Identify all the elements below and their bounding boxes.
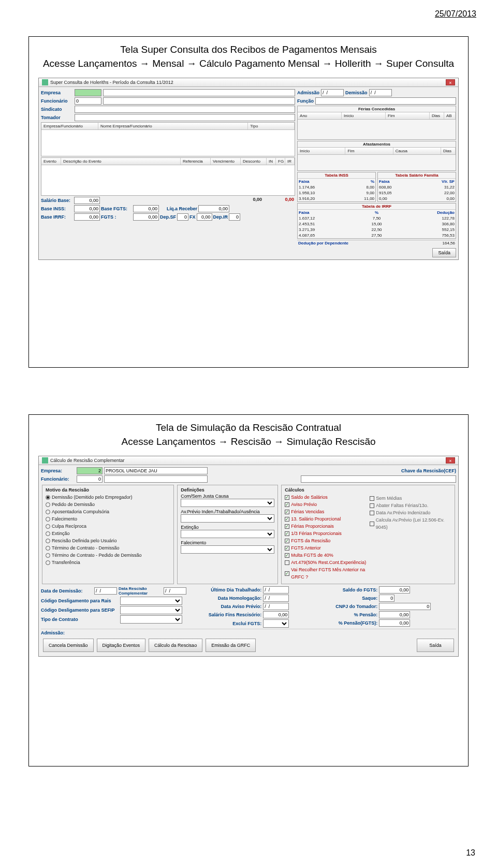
input-sindicato[interactable] bbox=[75, 106, 295, 113]
radio-motivo[interactable]: Término de Contrato - Pedido de Demissão bbox=[46, 552, 170, 559]
check-opcao[interactable]: Abater Faltas Férias/13o. bbox=[370, 502, 451, 509]
radio-label: Culpa Recíproca bbox=[52, 523, 86, 530]
radio-motivo[interactable]: Pedido de Demissão bbox=[46, 501, 170, 508]
btn-emissao-grfc[interactable]: Emissão da GRFC bbox=[206, 639, 256, 652]
input-data-homol[interactable] bbox=[263, 595, 289, 602]
close-icon[interactable]: × bbox=[446, 457, 455, 464]
panel-inss: Tabela INSS Faixa% 1.174,868,00 1.958,10… bbox=[297, 172, 376, 202]
grid-eventos[interactable]: Evento Descrição do Evento Referencia Ve… bbox=[41, 157, 295, 196]
label-fgts: FGTS : bbox=[101, 214, 132, 220]
input-ult-dia[interactable] bbox=[263, 586, 289, 594]
close-icon[interactable]: × bbox=[446, 79, 455, 85]
radio-motivo[interactable]: Aposentadoria Compulsória bbox=[46, 508, 170, 515]
check-calculo[interactable]: ✓Multa FGTS de 40% bbox=[285, 552, 367, 559]
radio-motivo[interactable]: Extinção bbox=[46, 530, 170, 537]
radio-motivo[interactable]: Culpa Recíproca bbox=[46, 523, 170, 530]
label-falecimento: Falecimento bbox=[181, 540, 274, 545]
label-salario-base: Salário Base: bbox=[41, 198, 73, 203]
inss-row: 3.916,2011,00 bbox=[298, 196, 375, 201]
header-tab-sf: Tabela Salário Família bbox=[378, 172, 456, 179]
btn-saida[interactable]: Saída bbox=[417, 639, 454, 652]
check-calculo[interactable]: ✓Férias Proporcionais bbox=[285, 523, 367, 530]
radio-motivo[interactable]: Rescisão Definida pelo Usuário bbox=[46, 537, 170, 544]
header-ferias: Férias Concedidas bbox=[298, 106, 456, 112]
radio-motivo[interactable]: Transferência bbox=[46, 559, 170, 566]
check-calculo[interactable]: Art.479(50% Rest.Cont.Experiência) bbox=[285, 559, 367, 566]
input-data-dem[interactable] bbox=[94, 587, 117, 595]
select-falecimento[interactable] bbox=[181, 545, 274, 554]
btn-digitacao-eventos[interactable]: Digitação Eventos bbox=[97, 639, 146, 652]
input-funcionario-nome2[interactable] bbox=[104, 475, 208, 483]
th-vlrsf: Vlr. SF bbox=[417, 179, 455, 184]
slide-rescisao: Tela de Simulação da Rescisão Contratual… bbox=[28, 414, 469, 766]
check-opcao[interactable]: Calcula Av.Prévio (Lei 12.506-Ev. 9045) bbox=[370, 516, 451, 531]
radio-motivo[interactable]: Demissão (Demitido pelo Empregador) bbox=[46, 494, 170, 501]
checkbox-icon bbox=[370, 522, 374, 526]
check-calculo[interactable]: ✓Aviso Prévio bbox=[285, 501, 367, 508]
radio-motivo[interactable]: Término de Contrato - Demissão bbox=[46, 544, 170, 552]
btn-cancela-demissao[interactable]: Cancela Demissão bbox=[43, 639, 94, 652]
label-saldo-fgts: Saldo do FGTS: bbox=[331, 587, 377, 592]
check-calculo[interactable]: ✓1/3 Férias Proporcionais bbox=[285, 530, 367, 537]
input-chave[interactable] bbox=[301, 475, 456, 483]
select-cod-rais[interactable] bbox=[120, 597, 182, 605]
label-cod-rais: Código Desligamento para Rais bbox=[41, 598, 119, 603]
input-empresa-nome[interactable] bbox=[103, 89, 295, 96]
input-admissao[interactable] bbox=[321, 89, 344, 96]
check-label: Saldo de Salários bbox=[291, 494, 328, 501]
select-tipo-contrato[interactable] bbox=[120, 615, 182, 624]
check-calculo[interactable]: ✓13. Salário Proporcional bbox=[285, 515, 367, 523]
input-sal-fins[interactable] bbox=[263, 611, 289, 618]
checkbox-icon: ✓ bbox=[285, 510, 289, 514]
check-label: Férias Proporcionais bbox=[291, 523, 334, 530]
saida-button[interactable]: Saída bbox=[432, 248, 456, 257]
slide1-title-line2: Acesse Lançamentos → Mensal → Cálculo Pa… bbox=[38, 57, 459, 71]
check-calculo[interactable]: ✓FGTS Anterior bbox=[285, 544, 367, 552]
footer-buttons: Cancela Demissão Digitação Eventos Cálcu… bbox=[41, 636, 456, 654]
val-base-inss bbox=[74, 205, 100, 212]
select-cod-sefip[interactable] bbox=[120, 606, 182, 614]
label-tipo-contrato: Tipo de Contrato bbox=[41, 617, 119, 622]
radio-motivo[interactable]: Falecimento bbox=[46, 515, 170, 523]
input-demissao[interactable] bbox=[369, 89, 392, 96]
input-funcao[interactable] bbox=[315, 97, 456, 105]
grid-empresa-funcionario[interactable]: Empresa/Funcionário Nome Empresa/Funcion… bbox=[41, 122, 295, 156]
input-empresa-codigo2[interactable] bbox=[77, 467, 103, 474]
check-calculo[interactable]: ✓Férias Vencidas bbox=[285, 508, 367, 515]
val-depsf bbox=[177, 213, 188, 221]
input-saque[interactable] bbox=[379, 595, 394, 602]
titlebar2: Cálculo de Rescisão Complementar × bbox=[39, 456, 458, 465]
checkbox-icon: ✓ bbox=[285, 495, 289, 500]
input-data-resc[interactable] bbox=[164, 587, 186, 595]
input-pct-pensao[interactable] bbox=[379, 611, 410, 618]
panel-irrf: Tabela de IRRF Faixa%Dedução 1.637,127,5… bbox=[297, 203, 456, 239]
input-tomador[interactable] bbox=[75, 114, 295, 121]
check-label: Multa FGTS de 40% bbox=[291, 552, 333, 559]
select-exclui-fgts[interactable] bbox=[263, 619, 289, 628]
check-opcao[interactable]: Sem Médias bbox=[370, 495, 451, 502]
radio-icon bbox=[46, 531, 50, 536]
check-calculo[interactable]: ✓FGTS da Rescisão bbox=[285, 537, 367, 544]
input-funcionario-codigo2[interactable] bbox=[77, 475, 103, 483]
check-label: Abater Faltas Férias/13o. bbox=[376, 502, 428, 509]
input-funcionario-codigo[interactable] bbox=[75, 97, 101, 105]
checkbox-icon bbox=[370, 503, 374, 508]
select-comsem[interactable] bbox=[181, 499, 274, 507]
check-opcao[interactable]: Data Av.Prévio Indenizado bbox=[370, 509, 451, 516]
input-funcionario-nome[interactable] bbox=[103, 97, 295, 105]
label-ult-dia: Último Dia Trabalhado: bbox=[204, 587, 261, 592]
slide-super-consulta: Tela Super Consulta dos Recibos de Pagam… bbox=[28, 36, 469, 368]
input-empresa-nome2[interactable] bbox=[104, 467, 208, 474]
input-saldo-fgts[interactable] bbox=[379, 586, 410, 594]
select-extincao[interactable] bbox=[181, 530, 274, 538]
check-calculo[interactable]: ✓Vai Recolher FGTS Mês Anterior na GRFC … bbox=[285, 566, 367, 581]
select-avprev[interactable] bbox=[181, 514, 274, 523]
input-empresa-codigo[interactable] bbox=[75, 89, 101, 96]
input-pct-pensao-fgts[interactable] bbox=[379, 619, 410, 627]
check-label: FGTS da Rescisão bbox=[291, 537, 330, 544]
radio-label: Extinção bbox=[52, 530, 70, 537]
input-cnpj[interactable] bbox=[379, 603, 431, 610]
input-data-aviso[interactable] bbox=[263, 603, 289, 610]
check-calculo[interactable]: ✓Saldo de Salários bbox=[285, 494, 367, 501]
btn-calculo-rescisao[interactable]: Cálculo da Rescisao bbox=[149, 639, 202, 652]
